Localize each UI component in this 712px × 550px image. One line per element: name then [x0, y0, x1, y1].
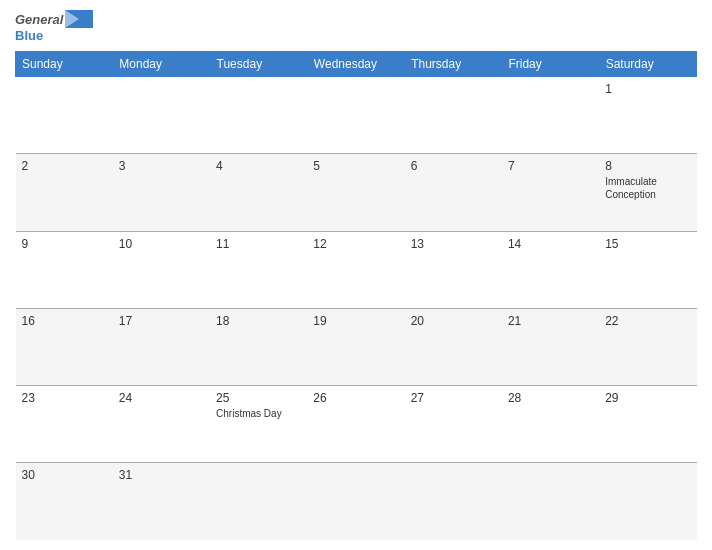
day-number: 14 [508, 237, 593, 251]
calendar-cell [113, 77, 210, 154]
calendar-week-4: 16171819202122 [16, 308, 697, 385]
calendar-cell [16, 77, 113, 154]
day-number: 26 [313, 391, 398, 405]
day-number: 15 [605, 237, 690, 251]
day-number: 1 [605, 82, 690, 96]
calendar-cell: 15 [599, 231, 696, 308]
calendar-cell: 14 [502, 231, 599, 308]
day-number: 16 [22, 314, 107, 328]
calendar-cell: 19 [307, 308, 404, 385]
calendar-cell [307, 463, 404, 540]
calendar-week-2: 2345678Immaculate Conception [16, 154, 697, 231]
day-number: 20 [411, 314, 496, 328]
day-number: 22 [605, 314, 690, 328]
calendar-cell: 18 [210, 308, 307, 385]
day-number: 2 [22, 159, 107, 173]
col-header-saturday: Saturday [599, 52, 696, 77]
calendar-cell: 7 [502, 154, 599, 231]
day-number: 12 [313, 237, 398, 251]
day-number: 25 [216, 391, 301, 405]
day-number: 24 [119, 391, 204, 405]
col-header-wednesday: Wednesday [307, 52, 404, 77]
col-header-sunday: Sunday [16, 52, 113, 77]
calendar-cell: 17 [113, 308, 210, 385]
calendar-cell [210, 77, 307, 154]
calendar-cell: 22 [599, 308, 696, 385]
calendar-cell: 30 [16, 463, 113, 540]
calendar-cell [502, 77, 599, 154]
calendar-cell: 6 [405, 154, 502, 231]
calendar-cell: 13 [405, 231, 502, 308]
calendar-cell: 27 [405, 386, 502, 463]
day-number: 31 [119, 468, 204, 482]
day-number: 17 [119, 314, 204, 328]
calendar-cell: 9 [16, 231, 113, 308]
day-number: 10 [119, 237, 204, 251]
day-number: 13 [411, 237, 496, 251]
day-number: 27 [411, 391, 496, 405]
calendar-cell: 10 [113, 231, 210, 308]
calendar-cell: 11 [210, 231, 307, 308]
day-number: 18 [216, 314, 301, 328]
calendar-header: General Blue [15, 10, 697, 43]
calendar-cell: 29 [599, 386, 696, 463]
day-number: 8 [605, 159, 690, 173]
calendar-cell: 8Immaculate Conception [599, 154, 696, 231]
day-number: 23 [22, 391, 107, 405]
day-event: Immaculate Conception [605, 175, 690, 201]
col-header-thursday: Thursday [405, 52, 502, 77]
calendar-cell [307, 77, 404, 154]
day-number: 29 [605, 391, 690, 405]
day-number: 6 [411, 159, 496, 173]
calendar-cell: 24 [113, 386, 210, 463]
day-event: Christmas Day [216, 407, 301, 420]
calendar-cell: 3 [113, 154, 210, 231]
col-header-monday: Monday [113, 52, 210, 77]
day-number: 21 [508, 314, 593, 328]
calendar-cell [599, 463, 696, 540]
calendar-cell: 23 [16, 386, 113, 463]
calendar-cell: 4 [210, 154, 307, 231]
calendar-cell [405, 463, 502, 540]
day-number: 5 [313, 159, 398, 173]
day-number: 28 [508, 391, 593, 405]
calendar-cell: 31 [113, 463, 210, 540]
calendar-cell [405, 77, 502, 154]
calendar-cell: 16 [16, 308, 113, 385]
calendar-cell: 12 [307, 231, 404, 308]
day-number: 4 [216, 159, 301, 173]
col-header-tuesday: Tuesday [210, 52, 307, 77]
logo-flag-icon [65, 10, 93, 28]
day-number: 11 [216, 237, 301, 251]
calendar-cell: 21 [502, 308, 599, 385]
calendar-cell: 1 [599, 77, 696, 154]
calendar-cell: 26 [307, 386, 404, 463]
calendar-week-6: 3031 [16, 463, 697, 540]
day-number: 7 [508, 159, 593, 173]
logo-general-text: General [15, 12, 63, 27]
calendar-table: SundayMondayTuesdayWednesdayThursdayFrid… [15, 51, 697, 540]
calendar-cell: 25Christmas Day [210, 386, 307, 463]
calendar-cell: 20 [405, 308, 502, 385]
calendar-week-5: 232425Christmas Day26272829 [16, 386, 697, 463]
calendar-cell [502, 463, 599, 540]
day-number: 3 [119, 159, 204, 173]
calendar-cell: 2 [16, 154, 113, 231]
logo-blue-text: Blue [15, 28, 43, 43]
day-number: 30 [22, 468, 107, 482]
calendar-week-3: 9101112131415 [16, 231, 697, 308]
day-number: 9 [22, 237, 107, 251]
calendar-cell: 28 [502, 386, 599, 463]
day-number: 19 [313, 314, 398, 328]
calendar-cell [210, 463, 307, 540]
calendar-week-1: 1 [16, 77, 697, 154]
calendar-cell: 5 [307, 154, 404, 231]
col-header-friday: Friday [502, 52, 599, 77]
logo: General Blue [15, 10, 93, 43]
